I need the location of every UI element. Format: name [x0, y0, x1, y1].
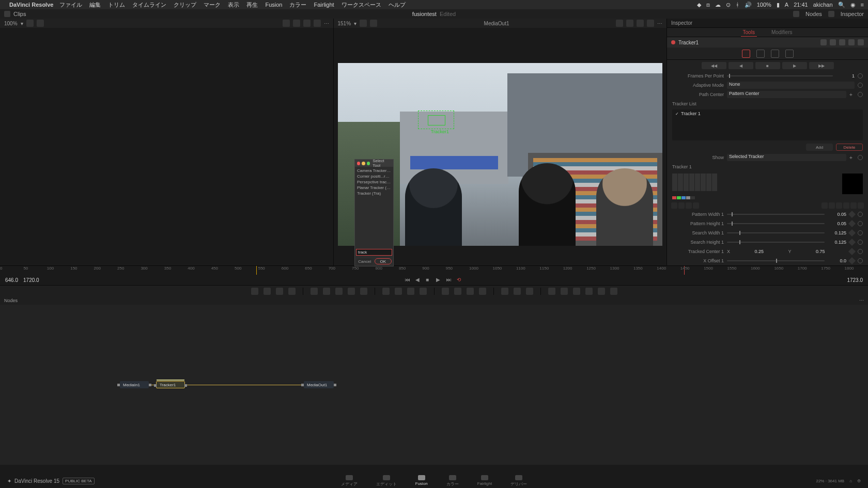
lv-opt4-icon[interactable] — [314, 20, 321, 27]
pattern-nav-ext1[interactable] — [850, 202, 857, 209]
lv-opt1-icon[interactable] — [283, 20, 290, 27]
pattern-nav-prev[interactable] — [829, 202, 835, 209]
pin-icon[interactable] — [830, 39, 836, 45]
nodes-icon[interactable] — [793, 11, 799, 17]
range-start[interactable]: 646.0 — [5, 277, 18, 283]
pattern-btn-1[interactable] — [671, 202, 677, 209]
tool-item-tracker[interactable]: Tracker (Tra) — [355, 191, 393, 196]
menu-workspace[interactable]: ワークスペース — [342, 1, 381, 9]
node-port-in[interactable] — [117, 384, 120, 386]
tool-item-corner[interactable]: Corner positi...racking (Cor) — [355, 174, 393, 179]
show-reset[interactable] — [858, 155, 863, 160]
node-port-out[interactable] — [184, 384, 187, 387]
nodes-menu-icon[interactable]: ⋯ — [859, 298, 864, 303]
tool-item-planar[interactable]: Planar Tracker (PTra) — [355, 185, 393, 191]
node-port-out[interactable] — [334, 384, 336, 386]
lv-opt2-icon[interactable] — [293, 20, 300, 27]
goto-end-button[interactable]: ⏭ — [446, 277, 453, 283]
stop-button[interactable]: ■ — [426, 277, 432, 283]
rv-opt2-icon[interactable] — [626, 20, 633, 27]
rv-opt4-icon[interactable] — [647, 20, 654, 27]
tool-channel-icon[interactable] — [479, 288, 486, 295]
minimize-icon[interactable] — [362, 162, 365, 165]
tool-item-camera-tracker[interactable]: Camera Tracker (CTra) — [355, 168, 393, 174]
tc-reset[interactable] — [858, 249, 863, 254]
fpp-value[interactable]: 1 — [836, 73, 855, 78]
xo-kf[interactable] — [848, 257, 856, 264]
menu-color[interactable]: カラー — [289, 1, 306, 9]
menu-view[interactable]: 表示 — [228, 1, 239, 9]
tool-blur-icon[interactable] — [382, 288, 390, 295]
playhead-left[interactable] — [256, 266, 257, 275]
pw-reset[interactable] — [858, 212, 863, 217]
inspector-icon[interactable] — [828, 11, 834, 17]
tracker-list-item[interactable]: Tracker 1 — [672, 109, 863, 118]
show-add[interactable]: + — [849, 155, 855, 161]
media-pool-icon[interactable] — [4, 11, 10, 17]
pw-kf[interactable] — [848, 211, 856, 218]
menu-trim[interactable]: トリム — [108, 1, 125, 9]
inspector-label[interactable]: Inspector — [841, 11, 864, 17]
pattern-btn-2[interactable] — [678, 202, 685, 209]
track-stop-button[interactable]: ■ — [755, 62, 780, 69]
ph-value[interactable]: 0.05 — [828, 221, 846, 226]
sw-slider[interactable] — [727, 232, 825, 233]
sw-kf[interactable] — [848, 229, 856, 237]
tool-mask-poly-icon[interactable] — [335, 288, 343, 295]
pattern-btn-3[interactable] — [686, 202, 692, 209]
settings-icon[interactable]: ⚙ — [857, 479, 861, 483]
delete-tracker-button[interactable]: Delete — [836, 144, 863, 151]
xo-reset[interactable] — [858, 258, 863, 263]
menu-mark[interactable]: マーク — [204, 1, 221, 9]
pathcenter-dropdown[interactable]: Pattern Center — [727, 91, 846, 98]
range-end[interactable]: 1720.0 — [23, 277, 39, 283]
lv-menu-icon[interactable]: ⋯ — [324, 21, 329, 26]
cancel-button[interactable]: Cancel — [357, 258, 373, 264]
spotlight-icon[interactable]: 🔍 — [838, 2, 845, 8]
adaptive-dropdown[interactable]: None — [727, 82, 855, 89]
goto-start-button[interactable]: ⏮ — [405, 277, 411, 283]
page-fairlight[interactable]: Fairlight — [477, 475, 492, 487]
tab-tools[interactable]: Tools — [741, 28, 757, 37]
pathcenter-reset[interactable] — [858, 92, 863, 97]
node-port-in[interactable] — [301, 384, 304, 386]
fit-icon[interactable] — [26, 20, 34, 27]
fpp-reset[interactable] — [858, 73, 863, 78]
notif-icon[interactable]: ≡ — [861, 2, 864, 8]
tool-cc-icon[interactable] — [395, 288, 402, 295]
tool-planartracker-icon[interactable] — [514, 288, 521, 295]
pattern-nav-ext2[interactable] — [858, 202, 864, 209]
right-zoom[interactable]: 151% — [338, 21, 351, 26]
username[interactable]: akichan — [813, 2, 833, 8]
mode-operation-icon[interactable] — [756, 50, 765, 58]
mode-options-icon[interactable] — [771, 50, 779, 58]
menu-file[interactable]: ファイル — [59, 1, 82, 9]
tool-transform-icon[interactable] — [407, 288, 414, 295]
mode-settings-icon[interactable] — [785, 50, 794, 58]
tool-item-perspective[interactable]: Persepctive tracking (Per) — [355, 179, 393, 185]
select-tool-input[interactable] — [356, 249, 392, 256]
rv-menu-icon[interactable]: ⋯ — [657, 21, 662, 26]
menu-timeline[interactable]: タイムライン — [132, 1, 166, 9]
input-icon[interactable]: A — [785, 2, 788, 8]
adaptive-reset[interactable] — [858, 83, 863, 88]
node-mediaout[interactable]: MediaOut1 — [304, 381, 334, 388]
reset-icon[interactable] — [858, 39, 864, 45]
ph-slider[interactable] — [727, 223, 825, 224]
tool-mask-rect-icon[interactable] — [323, 288, 330, 295]
close-icon[interactable] — [357, 162, 360, 165]
sw-reset[interactable] — [858, 230, 863, 235]
home-icon[interactable]: ⌂ — [849, 479, 852, 483]
tc-x-value[interactable]: 0.25 — [733, 249, 785, 254]
loop-button[interactable]: ⟲ — [457, 277, 463, 283]
page-color[interactable]: カラー — [446, 475, 459, 487]
left-viewer[interactable] — [0, 28, 334, 265]
chevron-down-icon[interactable]: ▾ — [21, 21, 23, 26]
page-media[interactable]: メディア — [341, 475, 358, 487]
siri-icon[interactable]: ◉ — [850, 2, 856, 8]
step-back-button[interactable]: ◀ — [415, 277, 422, 283]
node-port-out[interactable] — [149, 384, 151, 386]
tool-mattecontrol-icon[interactable] — [442, 288, 449, 295]
sw-value[interactable]: 0.125 — [828, 230, 846, 235]
fpp-slider[interactable] — [727, 75, 833, 76]
